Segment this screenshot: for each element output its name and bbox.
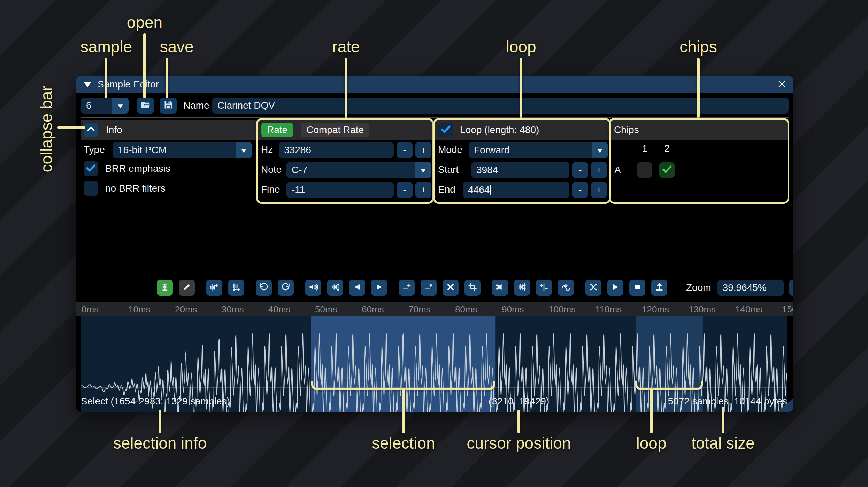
annotation-line-loop: [520, 58, 522, 118]
pencil-icon: [182, 283, 191, 293]
annotation-line-save: [166, 58, 168, 98]
fade-in-button[interactable]: [349, 280, 365, 296]
chevron-down-icon[interactable]: [112, 98, 129, 114]
ruler-tick-70ms: 70ms: [408, 304, 431, 315]
trim-icon: [468, 283, 477, 293]
resize-button[interactable]: [206, 280, 222, 296]
insert-silence-icon: [402, 283, 411, 293]
ibeam-icon: [160, 283, 169, 293]
window-titlebar[interactable]: Sample Editor: [76, 76, 793, 93]
chevron-down-icon[interactable]: [236, 142, 252, 158]
annotation-save: save: [160, 37, 193, 56]
time-ruler[interactable]: 0ms10ms20ms30ms40ms50ms60ms70ms80ms90ms1…: [76, 302, 793, 316]
ruler-tick-140ms: 140ms: [735, 304, 762, 315]
status-divider: [645, 393, 645, 409]
amplify-icon: [308, 282, 318, 293]
annotation-loop-bottom: loop: [636, 434, 667, 453]
annotation-open: open: [127, 13, 162, 32]
apply-filter-button[interactable]: [558, 280, 574, 296]
annotation-line-rate: [345, 58, 347, 118]
name-label: Name: [183, 98, 209, 114]
trim-button[interactable]: [464, 280, 481, 296]
redo-button[interactable]: [278, 280, 294, 296]
ruler-tick-80ms: 80ms: [455, 304, 477, 315]
brr-emphasis-checkbox[interactable]: [84, 161, 98, 176]
annotation-line-open: [143, 33, 146, 98]
window-collapse-triangle-icon[interactable]: [84, 82, 91, 87]
normalize-button[interactable]: [327, 280, 343, 296]
zoom-out-button[interactable]: -: [789, 280, 793, 296]
ruler-tick-60ms: 60ms: [362, 304, 384, 315]
window-resize-grip[interactable]: [778, 398, 793, 412]
preview-play-button[interactable]: [607, 280, 623, 296]
invert-button[interactable]: [514, 280, 530, 296]
collapse-bar-button[interactable]: [84, 123, 98, 137]
stop-icon: [633, 283, 642, 293]
crossfade-icon: [589, 282, 598, 293]
no-brr-filters-checkbox[interactable]: [84, 181, 98, 196]
sample-name-input[interactable]: Clarinet DQV: [212, 98, 789, 114]
draw-mode-button[interactable]: [179, 280, 195, 296]
ruler-tick-120ms: 120ms: [642, 304, 669, 315]
sign-icon: [539, 283, 548, 293]
preview-stop-button[interactable]: [629, 280, 645, 296]
reverse-icon: [495, 282, 505, 293]
annotation-line-chips: [697, 58, 700, 118]
ruler-tick-10ms: 10ms: [128, 304, 151, 315]
sample-name-value: Clarinet DQV: [217, 100, 275, 111]
reverse-button[interactable]: [492, 280, 508, 296]
ruler-tick-90ms: 90ms: [502, 304, 524, 315]
delete-button[interactable]: [443, 280, 459, 296]
upload-sample-button[interactable]: [651, 280, 667, 296]
annotation-cursor-position: cursor position: [467, 434, 571, 453]
apply-silence-icon: [424, 283, 433, 293]
amplify-button[interactable]: [305, 280, 321, 296]
convert-signedness-button[interactable]: [536, 280, 552, 296]
annotation-loop: loop: [506, 37, 536, 56]
ruler-tick-100ms: 100ms: [548, 304, 576, 315]
zoom-input[interactable]: 39.9645%: [717, 280, 784, 296]
resample-button[interactable]: [228, 280, 244, 296]
open-sample-button[interactable]: [137, 98, 154, 114]
floppy-save-icon: [163, 100, 173, 111]
select-mode-button[interactable]: [157, 280, 173, 296]
info-section-title: Info: [106, 124, 122, 136]
annotation-rect-rate: [256, 118, 434, 204]
fade-out-button[interactable]: [371, 280, 387, 296]
filter-icon: [561, 282, 571, 293]
apply-silence-button[interactable]: [421, 280, 437, 296]
annotation-line-collapse-bar: [57, 126, 85, 129]
fade-in-icon: [353, 283, 361, 293]
annotation-selection: selection: [372, 434, 435, 453]
fade-out-icon: [375, 283, 383, 293]
sample-number-selector[interactable]: 6: [81, 98, 129, 114]
status-cursor-position: (3210, 19429): [489, 396, 549, 407]
crossfade-button[interactable]: [585, 280, 601, 296]
ruler-tick-30ms: 30ms: [222, 304, 244, 315]
sample-type-dropdown[interactable]: 16-bit PCM: [113, 142, 252, 158]
status-selection-info: Select (1654-2983: 1329 samples): [81, 396, 230, 407]
undo-icon: [259, 282, 269, 293]
save-sample-button[interactable]: [160, 98, 177, 114]
status-divider: [486, 393, 486, 409]
play-icon: [611, 283, 620, 293]
annotation-line-selection: [402, 388, 405, 433]
ruler-tick-150ms: 150ms: [782, 304, 793, 315]
normalize-icon: [331, 283, 340, 293]
insert-silence-button[interactable]: [399, 280, 415, 296]
upload-icon: [654, 282, 664, 293]
page-background: Sample Editor 6 Name Clarinet DQV Info T…: [0, 0, 868, 487]
annotation-rate: rate: [332, 37, 360, 56]
close-button[interactable]: [776, 79, 788, 91]
annotation-line-selection-info: [159, 410, 161, 433]
annotation-bracket-loop: [635, 381, 703, 390]
invert-icon: [517, 283, 527, 293]
undo-button[interactable]: [256, 280, 272, 296]
ruler-tick-110ms: 110ms: [595, 304, 622, 315]
checkmark-icon: [85, 162, 97, 175]
ruler-tick-130ms: 130ms: [689, 304, 716, 315]
chevron-up-icon: [86, 124, 96, 136]
sample-number-value: 6: [81, 100, 112, 111]
close-icon: [777, 79, 787, 91]
sample-toolbar: Zoom39.9645%-+100%: [157, 279, 793, 296]
